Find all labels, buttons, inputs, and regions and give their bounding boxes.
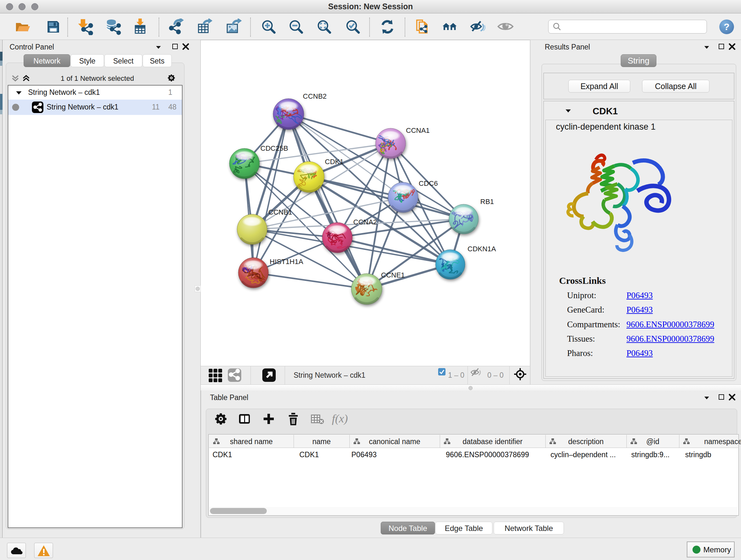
svg-text:HIST1H1A: HIST1H1A (270, 258, 303, 266)
svg-text:CCNB1: CCNB1 (268, 208, 292, 216)
svg-text:CCNA1: CCNA1 (406, 126, 430, 134)
svg-text:CDK1: CDK1 (325, 158, 344, 166)
svg-text:CCNE1: CCNE1 (381, 271, 405, 279)
svg-text:CDC6: CDC6 (419, 179, 438, 187)
svg-text:CCNB2: CCNB2 (303, 92, 327, 100)
svg-text:CDKN1A: CDKN1A (468, 245, 496, 253)
svg-text:CCNA2: CCNA2 (353, 218, 377, 226)
svg-text:CDC25B: CDC25B (260, 144, 288, 152)
svg-text:RB1: RB1 (480, 198, 494, 206)
